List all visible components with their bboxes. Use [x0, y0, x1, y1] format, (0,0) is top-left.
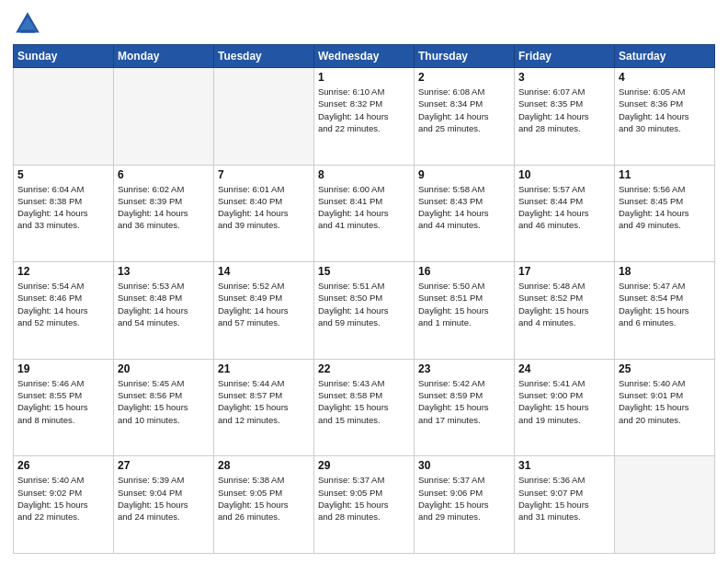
day-info: Sunrise: 5:58 AM Sunset: 8:43 PM Dayligh…	[418, 183, 510, 232]
day-number: 11	[619, 168, 711, 181]
day-number: 17	[518, 265, 610, 278]
day-info: Sunrise: 5:43 AM Sunset: 8:58 PM Dayligh…	[318, 377, 410, 426]
day-number: 22	[318, 362, 410, 375]
day-info: Sunrise: 5:50 AM Sunset: 8:51 PM Dayligh…	[418, 280, 510, 328]
calendar-week-1: 1Sunrise: 6:10 AM Sunset: 8:32 PM Daylig…	[14, 68, 715, 166]
day-number: 28	[218, 459, 310, 472]
calendar-cell: 2Sunrise: 6:08 AM Sunset: 8:34 PM Daylig…	[415, 68, 515, 166]
calendar-cell	[14, 68, 114, 166]
calendar-cell: 27Sunrise: 5:39 AM Sunset: 9:04 PM Dayli…	[114, 456, 214, 554]
day-number: 4	[619, 71, 711, 84]
calendar-cell: 12Sunrise: 5:54 AM Sunset: 8:46 PM Dayli…	[14, 262, 114, 360]
calendar-cell: 13Sunrise: 5:53 AM Sunset: 8:48 PM Dayli…	[114, 262, 214, 360]
calendar-cell	[114, 68, 214, 166]
calendar-cell: 5Sunrise: 6:04 AM Sunset: 8:38 PM Daylig…	[14, 165, 114, 262]
svg-rect-2	[20, 29, 35, 32]
day-info: Sunrise: 6:08 AM Sunset: 8:34 PM Dayligh…	[418, 86, 510, 134]
day-info: Sunrise: 5:36 AM Sunset: 9:07 PM Dayligh…	[518, 474, 610, 523]
day-number: 21	[218, 362, 310, 375]
day-number: 23	[418, 362, 510, 375]
page: SundayMondayTuesdayWednesdayThursdayFrid…	[0, 0, 728, 563]
day-number: 18	[619, 265, 711, 278]
calendar-cell: 21Sunrise: 5:44 AM Sunset: 8:57 PM Dayli…	[214, 359, 314, 456]
day-info: Sunrise: 5:48 AM Sunset: 8:52 PM Dayligh…	[518, 280, 610, 328]
calendar-cell: 3Sunrise: 6:07 AM Sunset: 8:35 PM Daylig…	[515, 68, 615, 166]
header	[13, 9, 715, 39]
day-info: Sunrise: 5:40 AM Sunset: 9:02 PM Dayligh…	[17, 474, 109, 523]
calendar-cell: 22Sunrise: 5:43 AM Sunset: 8:58 PM Dayli…	[314, 359, 415, 456]
day-info: Sunrise: 5:45 AM Sunset: 8:56 PM Dayligh…	[118, 377, 210, 426]
calendar-cell: 16Sunrise: 5:50 AM Sunset: 8:51 PM Dayli…	[415, 262, 515, 360]
weekday-header-monday: Monday	[114, 45, 214, 68]
calendar-cell: 20Sunrise: 5:45 AM Sunset: 8:56 PM Dayli…	[114, 359, 214, 456]
calendar-cell: 19Sunrise: 5:46 AM Sunset: 8:55 PM Dayli…	[14, 359, 114, 456]
day-info: Sunrise: 5:54 AM Sunset: 8:46 PM Dayligh…	[17, 280, 109, 328]
calendar-cell: 10Sunrise: 5:57 AM Sunset: 8:44 PM Dayli…	[515, 165, 615, 262]
calendar-cell: 26Sunrise: 5:40 AM Sunset: 9:02 PM Dayli…	[14, 456, 114, 554]
day-number: 30	[418, 459, 510, 472]
day-info: Sunrise: 5:46 AM Sunset: 8:55 PM Dayligh…	[17, 377, 109, 426]
day-info: Sunrise: 5:42 AM Sunset: 8:59 PM Dayligh…	[418, 377, 510, 426]
day-info: Sunrise: 5:38 AM Sunset: 9:05 PM Dayligh…	[218, 474, 310, 523]
day-info: Sunrise: 6:00 AM Sunset: 8:41 PM Dayligh…	[318, 183, 410, 232]
day-number: 13	[118, 265, 210, 278]
day-info: Sunrise: 5:57 AM Sunset: 8:44 PM Dayligh…	[518, 183, 610, 232]
weekday-header-row: SundayMondayTuesdayWednesdayThursdayFrid…	[14, 45, 715, 68]
day-number: 7	[218, 168, 310, 181]
weekday-header-saturday: Saturday	[615, 45, 715, 68]
day-info: Sunrise: 5:37 AM Sunset: 9:05 PM Dayligh…	[318, 474, 410, 523]
day-number: 20	[118, 362, 210, 375]
weekday-header-tuesday: Tuesday	[214, 45, 314, 68]
calendar-week-2: 5Sunrise: 6:04 AM Sunset: 8:38 PM Daylig…	[14, 165, 715, 262]
day-number: 5	[17, 168, 109, 181]
logo	[13, 9, 46, 39]
day-info: Sunrise: 5:56 AM Sunset: 8:45 PM Dayligh…	[619, 183, 711, 232]
day-info: Sunrise: 6:01 AM Sunset: 8:40 PM Dayligh…	[218, 183, 310, 232]
day-number: 27	[118, 459, 210, 472]
day-number: 1	[318, 71, 410, 84]
day-number: 29	[318, 459, 410, 472]
day-number: 3	[518, 71, 610, 84]
day-number: 15	[318, 265, 410, 278]
day-info: Sunrise: 6:04 AM Sunset: 8:38 PM Dayligh…	[17, 183, 109, 232]
day-number: 2	[418, 71, 510, 84]
calendar-cell: 1Sunrise: 6:10 AM Sunset: 8:32 PM Daylig…	[314, 68, 415, 166]
day-number: 25	[619, 362, 711, 375]
day-info: Sunrise: 6:10 AM Sunset: 8:32 PM Dayligh…	[318, 86, 410, 134]
calendar-cell: 25Sunrise: 5:40 AM Sunset: 9:01 PM Dayli…	[615, 359, 715, 456]
day-number: 6	[118, 168, 210, 181]
day-info: Sunrise: 5:53 AM Sunset: 8:48 PM Dayligh…	[118, 280, 210, 328]
calendar-cell: 29Sunrise: 5:37 AM Sunset: 9:05 PM Dayli…	[314, 456, 415, 554]
calendar-cell: 15Sunrise: 5:51 AM Sunset: 8:50 PM Dayli…	[314, 262, 415, 360]
calendar-cell: 6Sunrise: 6:02 AM Sunset: 8:39 PM Daylig…	[114, 165, 214, 262]
day-number: 24	[518, 362, 610, 375]
day-number: 14	[218, 265, 310, 278]
weekday-header-wednesday: Wednesday	[314, 45, 415, 68]
day-info: Sunrise: 5:52 AM Sunset: 8:49 PM Dayligh…	[218, 280, 310, 328]
calendar-cell	[214, 68, 314, 166]
day-info: Sunrise: 5:44 AM Sunset: 8:57 PM Dayligh…	[218, 377, 310, 426]
day-info: Sunrise: 5:40 AM Sunset: 9:01 PM Dayligh…	[619, 377, 711, 426]
day-number: 8	[318, 168, 410, 181]
day-number: 12	[17, 265, 109, 278]
calendar-cell: 24Sunrise: 5:41 AM Sunset: 9:00 PM Dayli…	[515, 359, 615, 456]
calendar-week-4: 19Sunrise: 5:46 AM Sunset: 8:55 PM Dayli…	[14, 359, 715, 456]
calendar-cell: 18Sunrise: 5:47 AM Sunset: 8:54 PM Dayli…	[615, 262, 715, 360]
day-info: Sunrise: 5:37 AM Sunset: 9:06 PM Dayligh…	[418, 474, 510, 523]
day-number: 10	[518, 168, 610, 181]
calendar-week-3: 12Sunrise: 5:54 AM Sunset: 8:46 PM Dayli…	[14, 262, 715, 360]
calendar-table: SundayMondayTuesdayWednesdayThursdayFrid…	[13, 44, 715, 554]
day-number: 31	[518, 459, 610, 472]
day-info: Sunrise: 6:02 AM Sunset: 8:39 PM Dayligh…	[118, 183, 210, 232]
weekday-header-friday: Friday	[515, 45, 615, 68]
day-info: Sunrise: 6:05 AM Sunset: 8:36 PM Dayligh…	[619, 86, 711, 134]
calendar-cell: 4Sunrise: 6:05 AM Sunset: 8:36 PM Daylig…	[615, 68, 715, 166]
calendar-cell: 17Sunrise: 5:48 AM Sunset: 8:52 PM Dayli…	[515, 262, 615, 360]
calendar-cell: 8Sunrise: 6:00 AM Sunset: 8:41 PM Daylig…	[314, 165, 415, 262]
weekday-header-sunday: Sunday	[14, 45, 114, 68]
day-info: Sunrise: 5:51 AM Sunset: 8:50 PM Dayligh…	[318, 280, 410, 328]
day-number: 9	[418, 168, 510, 181]
weekday-header-thursday: Thursday	[415, 45, 515, 68]
calendar-cell	[615, 456, 715, 554]
calendar-cell: 11Sunrise: 5:56 AM Sunset: 8:45 PM Dayli…	[615, 165, 715, 262]
